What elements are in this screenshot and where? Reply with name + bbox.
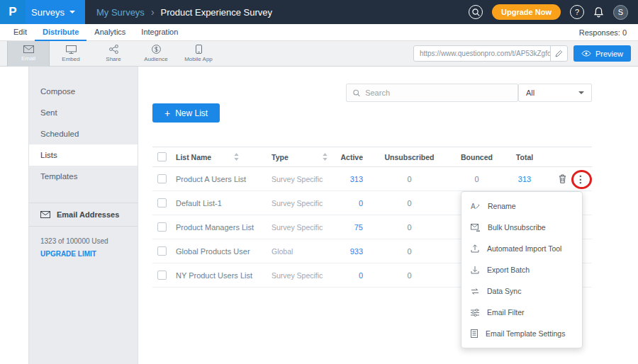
active-count[interactable]: 313 bbox=[330, 175, 369, 183]
list-filter-value: All bbox=[526, 89, 535, 97]
email-filter-icon bbox=[471, 309, 479, 317]
col-header-list-name: List Name bbox=[176, 153, 211, 161]
surveys-menu-label: Surveys bbox=[31, 7, 65, 18]
email-addresses-header: Email Addresses bbox=[29, 203, 138, 227]
channel-embed[interactable]: Embed bbox=[50, 41, 92, 67]
active-count[interactable]: 75 bbox=[330, 223, 369, 232]
breadcrumb-separator: › bbox=[151, 6, 155, 18]
active-count[interactable]: 933 bbox=[330, 247, 369, 256]
menu-item-export-batch[interactable]: Export Batch bbox=[461, 259, 582, 280]
menu-item-label: Data Sync bbox=[487, 287, 521, 295]
eye-icon bbox=[581, 50, 591, 57]
list-filter-dropdown[interactable]: All bbox=[518, 84, 592, 102]
active-count[interactable]: 0 bbox=[330, 199, 369, 207]
channel-share-label: Share bbox=[106, 56, 121, 62]
list-search-box bbox=[346, 84, 518, 102]
row-checkbox[interactable] bbox=[157, 174, 167, 183]
embed-icon bbox=[66, 45, 77, 54]
active-count[interactable]: 0 bbox=[330, 271, 369, 280]
tab-edit[interactable]: Edit bbox=[6, 24, 35, 41]
tab-distribute[interactable]: Distribute bbox=[35, 24, 86, 41]
list-type: Global bbox=[262, 247, 330, 256]
sidebar-item-templates[interactable]: Templates bbox=[29, 166, 138, 187]
survey-url-input[interactable]: https://www.questionpro.com/t/AP53kZgfo bbox=[414, 50, 550, 57]
row-checkbox[interactable] bbox=[157, 246, 167, 256]
search-icon bbox=[353, 89, 360, 97]
survey-url-box: https://www.questionpro.com/t/AP53kZgfo bbox=[413, 45, 568, 62]
list-name-link[interactable]: Default List-1 bbox=[170, 199, 262, 207]
preview-button[interactable]: Preview bbox=[573, 45, 631, 62]
col-header-active: Active bbox=[330, 153, 369, 161]
bounced-count: 0 bbox=[450, 175, 503, 183]
tab-analytics[interactable]: Analytics bbox=[86, 24, 133, 41]
chevron-down-icon bbox=[578, 91, 584, 94]
menu-item-data-sync[interactable]: Data Sync bbox=[461, 280, 582, 302]
col-header-total: Total bbox=[503, 153, 546, 161]
menu-item-label: Automated Import Tool bbox=[487, 244, 561, 253]
menu-item-email-filter[interactable]: Email Filter bbox=[461, 302, 582, 323]
list-search-input[interactable] bbox=[365, 89, 511, 97]
notifications-button[interactable] bbox=[593, 6, 604, 18]
row-checkbox[interactable] bbox=[157, 222, 167, 232]
select-all-checkbox[interactable] bbox=[157, 152, 167, 161]
trash-icon bbox=[559, 174, 566, 183]
edit-url-button[interactable] bbox=[550, 45, 567, 62]
breadcrumb-my-surveys[interactable]: My Surveys bbox=[96, 7, 145, 18]
upgrade-limit-link[interactable]: UPGRADE LIMIT bbox=[29, 245, 138, 263]
table-row: Product A Users List Survey Specific 313… bbox=[152, 167, 592, 191]
help-question-mark: ? bbox=[575, 8, 579, 16]
sidebar-item-compose[interactable]: Compose bbox=[29, 81, 138, 102]
search-button[interactable] bbox=[469, 5, 483, 19]
channel-mobile-app[interactable]: Mobile App bbox=[177, 41, 220, 67]
channel-audience-label: Audience bbox=[144, 56, 167, 62]
sort-icon[interactable] bbox=[234, 153, 239, 161]
list-name-link[interactable]: NY Product Users List bbox=[170, 271, 262, 280]
new-list-button[interactable]: + New List bbox=[152, 103, 220, 123]
distribute-toolbar: Email Embed Share Audience Mobile App ht… bbox=[0, 41, 638, 67]
list-type: Survey Specific bbox=[262, 223, 330, 232]
tab-integration[interactable]: Integration bbox=[133, 24, 186, 41]
avatar[interactable]: S bbox=[613, 5, 628, 20]
avatar-initial: S bbox=[618, 8, 623, 16]
sidebar-item-scheduled[interactable]: Scheduled bbox=[29, 123, 138, 144]
list-name-link[interactable]: Global Products User bbox=[170, 247, 262, 256]
menu-item-bulk-unsubscribe[interactable]: Bulk Unsubscribe bbox=[461, 217, 582, 238]
sidebar-item-lists[interactable]: Lists bbox=[29, 144, 138, 166]
sidebar-item-sent[interactable]: Sent bbox=[29, 102, 138, 123]
mobile-icon bbox=[196, 45, 202, 54]
responses-count: Responses: 0 bbox=[579, 28, 632, 37]
audience-icon bbox=[152, 45, 161, 54]
menu-item-automated-import-tool[interactable]: Automated Import Tool bbox=[461, 238, 582, 259]
surveys-menu-button[interactable]: Surveys bbox=[26, 0, 85, 24]
breadcrumb: My Surveys › Product Experience Survey bbox=[96, 6, 272, 18]
menu-item-rename[interactable]: A Rename bbox=[461, 195, 582, 217]
channel-email[interactable]: Email bbox=[7, 41, 50, 67]
bell-icon bbox=[593, 6, 604, 18]
rename-icon: A bbox=[471, 202, 480, 210]
list-type: Survey Specific bbox=[262, 175, 330, 183]
row-context-menu: A Rename Bulk Unsubscribe Automated Impo… bbox=[461, 191, 583, 348]
unsubscribed-count: 0 bbox=[369, 247, 450, 256]
lists-sidebar: Compose Sent Scheduled Lists Templates E… bbox=[28, 67, 138, 364]
channel-share[interactable]: Share bbox=[92, 41, 135, 67]
unsubscribed-count: 0 bbox=[369, 199, 450, 207]
app-logo[interactable]: P bbox=[0, 0, 26, 24]
row-checkbox[interactable] bbox=[157, 198, 167, 207]
channel-audience[interactable]: Audience bbox=[135, 41, 177, 67]
row-menu-button[interactable]: ⋮ bbox=[576, 174, 586, 184]
delete-list-button[interactable] bbox=[559, 174, 566, 183]
list-name-link[interactable]: Product Managers List bbox=[170, 223, 262, 232]
pencil-icon bbox=[555, 50, 563, 57]
search-icon bbox=[472, 8, 480, 16]
menu-item-email-template-settings[interactable]: Email Template Settings bbox=[461, 323, 582, 344]
unsubscribed-count: 0 bbox=[369, 271, 450, 280]
upgrade-now-button[interactable]: Upgrade Now bbox=[492, 4, 561, 20]
list-type: Survey Specific bbox=[262, 271, 330, 280]
sort-icon[interactable] bbox=[323, 153, 328, 161]
row-checkbox[interactable] bbox=[157, 271, 167, 280]
channel-mobile-label: Mobile App bbox=[184, 56, 213, 62]
total-count[interactable]: 313 bbox=[503, 175, 546, 183]
plus-icon: + bbox=[164, 108, 170, 119]
list-name-link[interactable]: Product A Users List bbox=[170, 175, 262, 183]
help-button[interactable]: ? bbox=[570, 5, 584, 19]
